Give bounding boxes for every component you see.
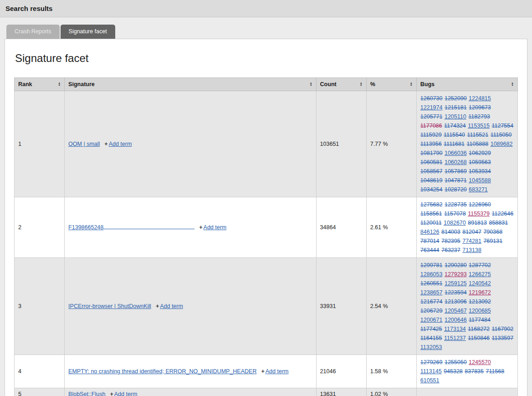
bug-link[interactable]: 1045588 (469, 177, 491, 184)
bug-link[interactable]: 891813 (468, 220, 487, 226)
bug-link[interactable]: 782395 (441, 238, 460, 244)
signature-link[interactable]: BlobSet::Flush (68, 391, 105, 396)
bug-link[interactable]: 1053934 (469, 168, 491, 175)
bug-link[interactable]: 1224815 (469, 95, 491, 102)
bug-link[interactable]: 1260730 (420, 95, 443, 102)
bug-link[interactable]: 1164155 (420, 335, 442, 341)
sort-icon[interactable]: ▲▼ (360, 82, 363, 87)
bug-link[interactable]: 1213096 (445, 298, 467, 305)
bug-link[interactable]: 1182793 (468, 113, 490, 120)
column-header-bugs[interactable]: Bugs▲▼ (416, 78, 517, 91)
bug-link[interactable]: 1057869 (445, 168, 467, 175)
bug-link[interactable]: 1158561 (420, 211, 442, 217)
bug-link[interactable]: 1177484 (469, 317, 491, 323)
bug-link[interactable]: 1066036 (445, 150, 467, 156)
bug-link[interactable]: 1060268 (445, 159, 467, 165)
bug-link[interactable]: 1174324 (444, 123, 466, 129)
bug-link[interactable]: 1240542 (469, 280, 491, 287)
bug-link[interactable]: 1081790 (420, 150, 443, 156)
bug-link[interactable]: 814003 (441, 229, 460, 235)
bug-link[interactable]: 1113145 (420, 368, 442, 375)
bug-link[interactable]: 1058567 (420, 168, 443, 175)
bug-link[interactable]: 1228735 (445, 201, 467, 208)
bug-link[interactable]: 1209673 (469, 104, 491, 111)
bug-link[interactable]: 1120011 (420, 220, 442, 226)
bug-link[interactable]: 1113956 (420, 141, 442, 147)
bug-link[interactable]: 1200685 (469, 308, 491, 314)
bug-link[interactable]: 1060581 (420, 159, 443, 165)
bug-link[interactable]: 1155379 (468, 211, 490, 217)
bug-link[interactable]: 1132053 (420, 344, 442, 350)
column-header-signature[interactable]: Signature▲▼ (65, 78, 317, 91)
bug-link[interactable]: 1115050 (491, 132, 512, 138)
signature-link[interactable]: IPCError-browser | ShutDownKill (68, 303, 151, 309)
bug-link[interactable]: 1279269 (420, 359, 443, 365)
bug-link[interactable]: 1205771 (420, 113, 443, 120)
bug-link[interactable]: 787014 (420, 238, 440, 244)
bug-link[interactable]: 1082670 (444, 220, 466, 226)
add-term-link[interactable]: +Add term (261, 368, 288, 375)
bug-link[interactable]: 713138 (462, 247, 481, 253)
bug-link[interactable]: 1127554 (491, 123, 513, 129)
bug-link[interactable]: 1177425 (420, 326, 442, 332)
sort-icon[interactable]: ▲▼ (511, 82, 514, 87)
bug-link[interactable]: 1215181 (445, 104, 467, 111)
bug-link[interactable]: 1226960 (469, 201, 491, 208)
column-header-rank[interactable]: Rank▲▼ (15, 78, 65, 91)
bug-link[interactable]: 1111681 (444, 141, 465, 147)
sort-icon[interactable]: ▲▼ (410, 82, 413, 87)
bug-link[interactable]: 1205110 (445, 113, 466, 120)
bug-link[interactable]: 1221974 (420, 104, 443, 111)
bug-link[interactable]: 1177086 (420, 123, 442, 129)
bug-link[interactable]: 1153515 (468, 123, 490, 129)
add-term-link[interactable]: +Add term (156, 303, 183, 309)
bug-link[interactable]: 1290280 (445, 262, 467, 268)
bug-link[interactable]: 1245570 (469, 359, 491, 365)
bug-link[interactable]: 858831 (489, 220, 508, 226)
bug-link[interactable]: 837835 (465, 368, 484, 375)
bug-link[interactable]: 1213092 (469, 298, 491, 305)
column-header-[interactable]: %▲▼ (366, 78, 416, 91)
signature-link[interactable]: F1398665248 (68, 224, 194, 231)
bug-link[interactable]: 763444 (420, 247, 440, 253)
tab-signature-facet[interactable]: Signature facet (61, 25, 115, 39)
signature-link[interactable]: OOM | small (68, 141, 100, 147)
bug-link[interactable]: 1279293 (445, 271, 467, 278)
add-term-link[interactable]: +Add term (199, 224, 226, 231)
bug-link[interactable]: 1115540 (444, 132, 465, 138)
add-term-link[interactable]: +Add term (110, 391, 137, 396)
bug-link[interactable]: 769131 (483, 238, 502, 244)
bug-link[interactable]: 1287702 (469, 262, 491, 268)
bug-link[interactable]: 1028720 (445, 186, 467, 193)
signature-link[interactable]: EMPTY: no crashing thread identified; ER… (68, 368, 256, 375)
bug-link[interactable]: 1167902 (491, 326, 513, 332)
bug-link[interactable]: 1275682 (420, 201, 443, 208)
bug-link[interactable]: 1059563 (469, 159, 491, 165)
bug-link[interactable]: 1286053 (420, 271, 443, 278)
bug-link[interactable]: 1151237 (444, 335, 466, 341)
bug-link[interactable]: 1105888 (466, 141, 488, 147)
bug-link[interactable]: 945328 (444, 368, 463, 375)
bug-link[interactable]: 610551 (420, 377, 440, 384)
bug-link[interactable]: 1223594 (445, 289, 467, 296)
bug-link[interactable]: 1260551 (420, 280, 443, 287)
sort-icon[interactable]: ▲▼ (310, 82, 312, 87)
sort-icon[interactable]: ▲▼ (58, 82, 61, 87)
bug-link[interactable]: 1157078 (444, 211, 466, 217)
bug-link[interactable]: 1115521 (467, 132, 488, 138)
bug-link[interactable]: 812047 (462, 229, 481, 235)
bug-link[interactable]: 1255050 (445, 359, 467, 365)
bug-link[interactable]: 1219672 (469, 289, 491, 296)
bug-link[interactable]: 1205467 (445, 308, 467, 314)
bug-link[interactable]: 1200671 (420, 317, 443, 323)
bug-link[interactable]: 846126 (420, 229, 440, 235)
bug-link[interactable]: 683271 (469, 186, 488, 193)
bug-link[interactable]: 790368 (483, 229, 502, 235)
bug-link[interactable]: 1047871 (445, 177, 467, 184)
bug-link[interactable]: 1259125 (445, 280, 467, 287)
bug-link[interactable]: 1168272 (468, 326, 490, 332)
bug-link[interactable]: 1216774 (420, 298, 443, 305)
bug-link[interactable]: 1133597 (491, 335, 513, 341)
bug-link[interactable]: 1173134 (444, 326, 466, 332)
bug-link[interactable]: 1048619 (420, 177, 443, 184)
